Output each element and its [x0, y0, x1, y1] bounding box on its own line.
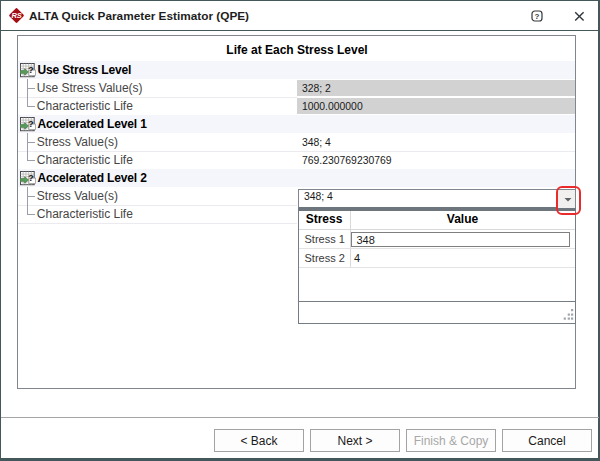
svg-text:RS: RS [11, 11, 21, 20]
svg-text:?: ? [535, 12, 540, 21]
svg-text:?: ? [28, 118, 34, 129]
svg-text:?: ? [28, 172, 34, 183]
svg-text:?: ? [28, 64, 34, 75]
